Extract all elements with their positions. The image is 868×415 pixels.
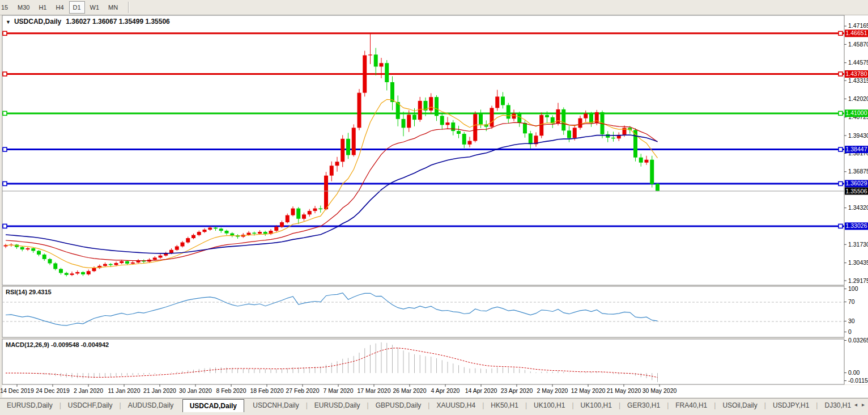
macd-indicator-label: MACD(12,26,9) -0.009548 -0.004942 [6, 341, 109, 348]
svg-text:21 May 2020: 21 May 2020 [607, 387, 641, 394]
hline-handle[interactable] [3, 111, 7, 115]
svg-text:30 Jan 2020: 30 Jan 2020 [179, 387, 212, 394]
tab-scroll-left-icon[interactable]: ◂ [854, 401, 857, 408]
svg-text:7 Mar 2020: 7 Mar 2020 [323, 387, 353, 394]
svg-text:2 Jan 2020: 2 Jan 2020 [74, 387, 103, 394]
rsi-panel [2, 286, 844, 337]
hline-handle[interactable] [3, 72, 7, 76]
hline-handle[interactable] [3, 147, 7, 151]
svg-text:1.30435: 1.30435 [848, 259, 868, 266]
tab-13-usoil-daily[interactable]: USOil,Daily [716, 400, 764, 412]
svg-text:100: 100 [848, 285, 858, 292]
svg-text:1.36875: 1.36875 [848, 168, 868, 175]
price-badge-1.46651: 1.46651 [845, 29, 868, 37]
svg-text:1.34320: 1.34320 [848, 204, 868, 211]
tab-scroll-right-icon[interactable]: ▸ [862, 401, 865, 408]
price-badge-1.41000: 1.41000 [845, 109, 868, 117]
tab-scroll-nav: ◂ ▸ [854, 401, 865, 408]
svg-text:30: 30 [848, 317, 855, 324]
tab-11-ger30-h1[interactable]: GER30,H1 [620, 400, 667, 412]
hline-handle[interactable] [839, 224, 843, 228]
tab-9-uk100-h1[interactable]: UK100,H1 [527, 400, 572, 412]
hline-handle[interactable] [839, 31, 843, 35]
tab-1-usdchf-daily[interactable]: USDCHF,Daily [61, 400, 120, 412]
svg-text:1.39430: 1.39430 [848, 132, 868, 139]
svg-text:1.35506: 1.35506 [846, 188, 867, 194]
chevron-down-icon[interactable]: ▼ [6, 19, 11, 25]
svg-text:21 Jan 2020: 21 Jan 2020 [143, 387, 176, 394]
svg-text:1.38447: 1.38447 [846, 146, 867, 153]
svg-text:18 Feb 2020: 18 Feb 2020 [250, 387, 284, 394]
svg-text:2 May 2020: 2 May 2020 [537, 387, 568, 394]
tab-7-xauusd-h4[interactable]: XAUUSD,H4 [429, 400, 482, 412]
hline-handle[interactable] [3, 224, 7, 228]
svg-text:1.43780: 1.43780 [846, 70, 867, 77]
svg-text:12 May 2020: 12 May 2020 [571, 387, 606, 394]
svg-text:1.33026: 1.33026 [846, 222, 867, 229]
tab-15-dj30-h1[interactable]: DJ30,H1 [818, 400, 858, 412]
tab-0-eurusd-daily[interactable]: EURUSD,Daily [0, 400, 59, 412]
svg-text:1.42020: 1.42020 [848, 95, 868, 102]
svg-text:70: 70 [848, 298, 855, 305]
svg-text:0: 0 [848, 328, 852, 335]
tab-6-gbpusd-daily[interactable]: GBPUSD,Daily [369, 400, 428, 412]
chart-tab-bar: EURUSD,Daily|USDCHF,Daily|AUDUSD,Daily U… [0, 398, 868, 415]
price-badge-1.38447: 1.38447 [845, 146, 868, 153]
tab-12-fra40-h1[interactable]: FRA40,H1 [669, 400, 714, 412]
svg-text:27 Feb 2020: 27 Feb 2020 [286, 387, 320, 394]
svg-text:1.44575: 1.44575 [848, 59, 868, 66]
svg-text:30 May 2020: 30 May 2020 [643, 387, 677, 394]
price-badge-1.36029: 1.36029 [845, 180, 868, 187]
tab-2-audusd-daily[interactable]: AUDUSD,Daily [121, 400, 181, 412]
macd-panel [2, 339, 844, 384]
svg-text:14 Dec 2019: 14 Dec 2019 [0, 387, 34, 394]
svg-text:4 Apr 2020: 4 Apr 2020 [431, 387, 460, 394]
svg-text:1.43315: 1.43315 [848, 77, 868, 84]
hline-handle[interactable] [839, 72, 843, 76]
svg-text:0.00: 0.00 [848, 369, 860, 376]
svg-text:17 Mar 2020: 17 Mar 2020 [358, 387, 391, 394]
tab-5-eurusd-daily[interactable]: EURUSD,Daily [308, 400, 367, 412]
svg-text:24 Dec 2019: 24 Dec 2019 [36, 387, 70, 394]
hline-handle[interactable] [839, 181, 843, 185]
svg-text:26 Mar 2020: 26 Mar 2020 [393, 387, 427, 394]
price-chart-surface[interactable]: 1.471651.458701.445751.433151.420201.407… [0, 0, 868, 415]
hline-handle[interactable] [3, 31, 7, 35]
svg-text:8 Feb 2020: 8 Feb 2020 [216, 387, 246, 394]
svg-text:14 Apr 2020: 14 Apr 2020 [465, 387, 497, 394]
tab-8-hk50-h1[interactable]: HK50,H1 [484, 400, 525, 412]
svg-text:0.032658: 0.032658 [848, 337, 868, 344]
svg-text:1.41000: 1.41000 [846, 109, 867, 116]
ohlc-readout: 1.36027 1.36067 1.35499 1.35506 [66, 18, 170, 26]
tab-3-usdcad-daily[interactable]: USDCAD,Daily [182, 399, 244, 412]
svg-text:11 Jan 2020: 11 Jan 2020 [108, 387, 140, 394]
chart-symbol-label: USDCAD,Daily [14, 18, 61, 26]
terminal-window: 15M30H1H4D1W1MN 1.471651.458701.445751.4… [0, 0, 868, 415]
tab-10-uk100-h1[interactable]: UK100,H1 [574, 400, 619, 412]
tab-4-usdcnh-daily[interactable]: USDCNH,Daily [246, 400, 305, 412]
svg-text:-0.011558: -0.011558 [848, 377, 868, 384]
hline-handle[interactable] [839, 147, 843, 151]
svg-text:23 Apr 2020: 23 Apr 2020 [501, 387, 533, 394]
price-badge-1.33026: 1.33026 [845, 222, 868, 230]
svg-text:1.36029: 1.36029 [846, 180, 867, 187]
price-badge-1.43780: 1.43780 [845, 70, 868, 78]
svg-text:1.31730: 1.31730 [848, 241, 868, 248]
svg-text:1.45870: 1.45870 [848, 41, 868, 48]
svg-text:1.47165: 1.47165 [848, 22, 868, 29]
svg-text:1.46651: 1.46651 [846, 29, 867, 36]
tab-14-usdjpy-h1[interactable]: USDJPY,H1 [766, 400, 816, 412]
hline-handle[interactable] [3, 181, 7, 185]
svg-text:1.29175: 1.29175 [848, 277, 868, 284]
chart-ohlc-header: ▼USDCAD,Daily1.36027 1.36067 1.35499 1.3… [6, 18, 170, 26]
rsi-indicator-label: RSI(14) 29.4315 [6, 289, 52, 295]
current-price-badge: 1.35506 [845, 188, 868, 195]
hline-handle[interactable] [839, 111, 843, 115]
